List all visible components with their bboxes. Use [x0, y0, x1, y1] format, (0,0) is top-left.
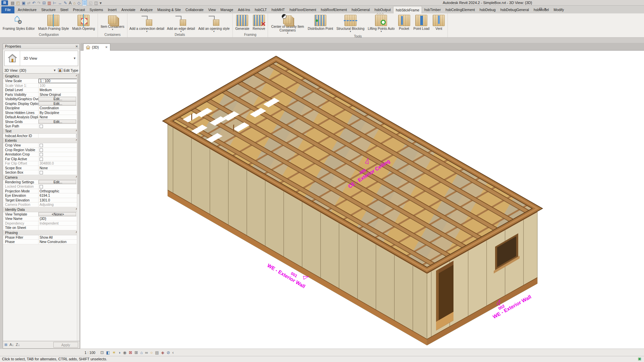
property-camera-position: Camera Position Adjusting — [3, 202, 79, 207]
qat-switch-windows-icon[interactable]: ◫ — [94, 0, 98, 6]
vcb-show-crop-region-icon[interactable]: ⊞ — [135, 349, 138, 356]
type-selector[interactable]: 3D View ▼ — [4, 51, 78, 66]
qat-undo-icon[interactable]: ↶ — [32, 0, 36, 6]
qat-open-icon[interactable]: ◰ — [16, 0, 20, 6]
status-editable-only-icon[interactable]: ▣ — [638, 357, 641, 361]
scale-button[interactable]: 1 : 100 — [85, 351, 95, 355]
tab-hsbfloorelement[interactable]: hsbFloorElement — [287, 6, 318, 13]
ribbon-button-generate[interactable]: Generate — [234, 14, 251, 31]
tab-insert[interactable]: Insert — [105, 6, 119, 13]
tab-hsbdebug[interactable]: hsbDebug — [477, 6, 498, 13]
ribbon-button-center-of-gravity-item-containers[interactable]: Center of Gravity Item Containers — [269, 14, 306, 34]
close-icon[interactable]: ✕ — [75, 44, 78, 49]
footer-properties-help-icon[interactable]: ⊞ — [4, 343, 7, 347]
tab-hsbceilingelement[interactable]: hsbCeilingElement — [443, 6, 477, 13]
vcb-collapse-icon[interactable]: ‹ — [172, 349, 174, 356]
ribbon-icon-ribbon-cycle-icon[interactable]: ▾ — [544, 7, 546, 11]
tab-analyze[interactable]: Analyze — [138, 6, 155, 13]
qat-text-icon[interactable]: A — [69, 0, 71, 6]
ribbon-button-pocket[interactable]: Pocket — [396, 14, 412, 31]
ribbon-button-add-a-connection-detail[interactable]: Add a connection detail — [128, 14, 165, 33]
vcb-crop-view-icon[interactable]: ⊠ — [129, 349, 132, 356]
ribbon-button-add-an-opening-style[interactable]: Add an opening style — [197, 14, 231, 33]
ribbon-button-remove[interactable]: Remove — [251, 14, 267, 31]
tab-hsbdebuggeneral[interactable]: hsbDebugGeneral — [498, 6, 531, 13]
tab-hsbmht[interactable]: hsbMHT — [269, 6, 287, 13]
qat-save-icon[interactable]: ▣ — [22, 0, 25, 6]
ribbon-button-match-opening[interactable]: Match Opening — [70, 14, 97, 31]
ribbon-button-icon — [398, 15, 410, 26]
tab-manage[interactable]: Manage — [218, 6, 235, 13]
ribbon-button-icon — [236, 15, 248, 26]
vcb-rendering-dialog-icon[interactable]: ◉ — [123, 349, 126, 356]
ribbon: Framing Styles EditorMatch Framing Style… — [0, 13, 644, 38]
group-label: Configuration — [0, 33, 98, 37]
vcb-visual-style-icon[interactable]: ◧ — [106, 349, 110, 356]
vcb-sun-path-icon[interactable]: ☀ — [112, 349, 116, 356]
qat-default-3d-view-icon[interactable]: ⌂ — [73, 0, 75, 6]
edit-type-button[interactable]: Edit Type — [58, 68, 78, 72]
vcb-reveal-constraints-icon[interactable]: ⊘ — [167, 349, 170, 356]
tab-hsbstickframe[interactable]: hsbStickFrame — [393, 6, 422, 13]
tab-systems[interactable]: Systems — [87, 6, 105, 13]
vcb-shadows-icon[interactable]: ◑ — [118, 349, 120, 356]
ribbon-button-distribution-point[interactable]: Distribution Point — [306, 14, 335, 31]
vcb-temporary-hide-isolate-icon[interactable]: ∞ — [145, 349, 148, 356]
tab-hsbroofelement[interactable]: hsbRoofElement — [319, 6, 350, 13]
qat-print-icon[interactable]: ⊟ — [42, 0, 46, 6]
tab-annotate[interactable]: Annotate — [119, 6, 138, 13]
vcb-locked-3d-view-icon[interactable]: ⌂ — [140, 349, 143, 356]
vcb-reveal-hidden-elements-icon[interactable]: ○ — [150, 349, 153, 356]
qat-aligned-dimension-icon[interactable]: ↔ — [58, 0, 62, 6]
property-scope-box: Scope Box None — [3, 166, 79, 171]
qat-close-inactive-icon[interactable]: ◱ — [89, 0, 92, 6]
tab-add-ins[interactable]: Add-Ins — [235, 6, 252, 13]
qat-section-icon[interactable]: ◇ — [77, 0, 80, 6]
scrollbar-thumb[interactable] — [77, 74, 79, 194]
footer-sort-ascending-icon[interactable]: A↓ — [9, 343, 14, 347]
ribbon-button-structural-blocking[interactable]: Structural Blocking — [335, 14, 366, 33]
tab-hsbgeneral[interactable]: hsbGeneral — [349, 6, 372, 13]
ribbon-button-match-framing-style[interactable]: Match Framing Style — [37, 14, 71, 31]
qat-delete-icon[interactable]: ▥ — [47, 0, 51, 6]
apply-button[interactable]: Apply — [53, 342, 78, 348]
tab-hsbtimber[interactable]: hsbTimber — [422, 6, 443, 13]
properties-scrollbar[interactable] — [77, 73, 79, 341]
qat-sync-with-central-icon[interactable]: ⇄ — [27, 0, 31, 6]
ribbon-icon-ribbon-display-icon[interactable]: ⊡ — [539, 7, 542, 11]
tab-file[interactable]: File — [1, 6, 14, 13]
tab-precast[interactable]: Precast — [71, 6, 88, 13]
vcb-detail-level-icon[interactable]: ⊡ — [100, 349, 104, 356]
tab-view[interactable]: View — [206, 6, 218, 13]
tab-modify[interactable]: Modify — [551, 6, 566, 13]
vcb-worksharing-display-icon[interactable]: ▤ — [155, 349, 159, 356]
qat-qat-customize-icon[interactable]: ▾ — [100, 0, 102, 6]
chevron-down-icon[interactable]: ▼ — [73, 57, 76, 60]
tab-collaborate[interactable]: Collaborate — [183, 6, 206, 13]
qat-recent-documents-icon[interactable]: ▤ — [11, 0, 14, 6]
ribbon-button-point-load[interactable]: Point Load — [412, 14, 431, 31]
view-selector[interactable]: 3D View: {3D} ▼ — [4, 68, 57, 72]
3d-model-view[interactable]: 005 CE - Exterior Ceiling 001 WE - Exter… — [80, 42, 644, 349]
ribbon-button-lifting-points-auto[interactable]: Lifting Points Auto — [366, 14, 396, 33]
qat-redo-icon[interactable]: ↷ — [37, 0, 41, 6]
footer-sort-descending-icon[interactable]: Z↓ — [16, 343, 20, 347]
ribbon-group-configuration: Framing Styles EditorMatch Framing Style… — [0, 13, 98, 37]
property-extents: Extents — [3, 138, 79, 143]
ribbon-button-add-an-edge-detail[interactable]: Add an edge detail — [165, 14, 197, 33]
tab-massing-site[interactable]: Massing & Site — [155, 6, 183, 13]
ribbon-button-vent[interactable]: Vent — [431, 14, 446, 31]
qat-tag-icon[interactable]: ✎ — [64, 0, 67, 6]
tab-structure[interactable]: Structure — [39, 6, 58, 13]
ribbon-button-item-containers[interactable]: Item Containers — [99, 14, 126, 31]
qat-thin-lines-icon[interactable]: ☰ — [82, 0, 87, 6]
door-opening[interactable] — [436, 261, 453, 330]
revit-logo[interactable]: R — [1, 0, 8, 5]
property-detail-level: Detail Level Medium — [3, 88, 79, 93]
ribbon-button-framing-styles-editor[interactable]: Framing Styles Editor — [1, 14, 37, 31]
drawing-area[interactable]: {3D} ✕ — [80, 38, 644, 349]
qat-measure-icon[interactable]: ⊢ — [53, 0, 56, 6]
tab-steel[interactable]: Steel — [58, 6, 71, 13]
vcb-displaced-elements-icon[interactable]: ◈ — [161, 349, 164, 356]
tab-hsbclt[interactable]: hsbCLT — [253, 6, 269, 13]
